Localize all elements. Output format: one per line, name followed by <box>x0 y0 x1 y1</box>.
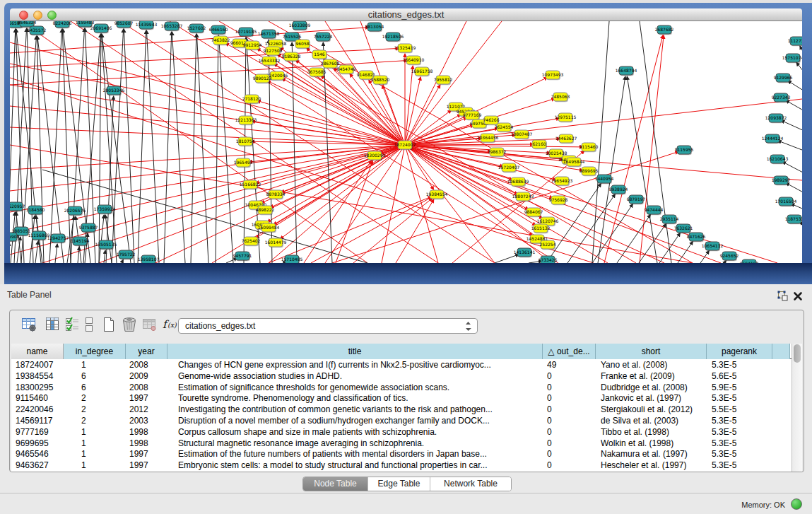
column-header-name[interactable]: name <box>11 344 64 359</box>
graph-node[interactable]: 12444124 <box>762 134 784 144</box>
graph-node[interactable]: 5435572 <box>28 26 47 35</box>
table-cell[interactable]: 18724007 <box>16 360 62 371</box>
graph-node[interactable]: 1440954 <box>595 175 614 184</box>
graph-node[interactable]: 1546 <box>312 50 327 59</box>
graph-node[interactable]: 14136141 <box>514 248 536 257</box>
graph-node[interactable]: 19654923 <box>551 177 573 186</box>
graph-node[interactable]: 7986372 <box>488 148 507 157</box>
table-cell[interactable]: 9777169 <box>16 427 62 438</box>
table-cell[interactable]: 0 <box>547 416 594 427</box>
graph-node[interactable]: 7625402 <box>242 237 261 246</box>
table-cell[interactable]: 1998 <box>129 427 166 438</box>
graph-node[interactable]: 9777169 <box>463 111 482 120</box>
float-panel-icon[interactable] <box>777 291 788 301</box>
graph-node[interactable]: 9474444 <box>645 206 664 215</box>
table-cell[interactable]: 1997 <box>129 460 166 472</box>
graph-node[interactable]: 2935114 <box>660 215 679 224</box>
graph-node[interactable]: 1112733 <box>788 37 802 46</box>
graph-node[interactable]: 13505135 <box>95 240 117 250</box>
table-row[interactable]: 977716911998Corpus callosum shape and si… <box>11 427 792 438</box>
graph-node[interactable]: 14463627 <box>555 134 577 144</box>
graph-node[interactable]: 8115955 <box>675 146 694 155</box>
graph-node[interactable]: 8471626 <box>687 233 706 242</box>
graph-node[interactable]: 16014479 <box>265 238 287 247</box>
table-scrollbar-thumb[interactable] <box>794 344 801 363</box>
graph-node[interactable]: 2620957 <box>10 202 25 211</box>
tab-network-table[interactable]: Network Table <box>430 477 511 491</box>
graph-node[interactable]: 14671358 <box>258 30 280 39</box>
table-cell[interactable]: Genome-wide association studies in ADHD. <box>178 371 541 382</box>
graph-node[interactable]: 16961758 <box>411 67 433 76</box>
graph-node[interactable]: 6879197 <box>627 195 646 204</box>
graph-node[interactable]: 11325419 <box>394 44 416 53</box>
graph-node[interactable]: 20206576 <box>64 206 86 216</box>
table-cell[interactable]: Jankovic et al. (1997) <box>601 393 705 404</box>
graph-node[interactable]: 16543382 <box>259 57 281 66</box>
table-cell[interactable]: 9463627 <box>16 460 62 472</box>
graph-node[interactable]: 11439943 <box>136 21 158 30</box>
graph-node[interactable]: 16648794 <box>616 66 637 76</box>
graph-node[interactable]: 6466160 <box>209 25 228 35</box>
table-cell[interactable]: 0 <box>547 371 594 382</box>
table-row[interactable]: 1456911722003Disruption of a novel membe… <box>11 416 792 427</box>
graph-node[interactable]: 8186328 <box>282 52 301 62</box>
graph-node[interactable]: 12975115 <box>555 113 577 122</box>
table-cell[interactable]: Franke et al. (2009) <box>601 371 705 382</box>
table-cell[interactable]: 9699695 <box>16 438 62 450</box>
table-cell[interactable]: 9115460 <box>16 393 62 404</box>
column-header-year[interactable]: year <box>126 344 167 359</box>
graph-node[interactable]: 9899695 <box>579 167 599 176</box>
graph-node[interactable]: 9375887 <box>79 223 98 233</box>
table-cell[interactable]: Estimation of significance thresholds fo… <box>178 382 541 394</box>
graph-node[interactable]: 8878334 <box>266 190 286 199</box>
table-cell[interactable]: Disruption of a novel member of a sodium… <box>178 416 541 427</box>
table-cell[interactable]: 2 <box>81 393 124 404</box>
table-cell[interactable]: 6 <box>81 371 124 382</box>
table-cell[interactable]: 5.9E-5 <box>712 382 771 394</box>
table-cell[interactable]: 5.3E-5 <box>712 360 771 371</box>
column-header-filler[interactable] <box>772 344 790 359</box>
table-body[interactable]: 1872400712008Changes of HCN gene express… <box>11 360 792 472</box>
graph-node[interactable]: 9115460 <box>579 143 599 152</box>
table-cell[interactable]: Yano et al. (2008) <box>601 360 705 371</box>
select-columns-icon[interactable] <box>64 316 80 333</box>
table-cell[interactable]: Changes of HCN gene expression and I(f) … <box>178 360 541 371</box>
graph-node[interactable]: 1810754 <box>236 137 255 146</box>
graph-node[interactable]: 13958107 <box>138 255 160 263</box>
tab-node-table[interactable]: Node Table <box>303 477 368 491</box>
table-cell[interactable]: Corpus callosum shape and size in male p… <box>178 427 541 438</box>
column-header-pagerank[interactable]: pagerank <box>707 344 772 359</box>
node-table[interactable]: namein_degreeyeartitle△ out_de...shortpa… <box>11 344 792 472</box>
graph-node[interactable]: 20691406 <box>90 24 112 33</box>
graph-node[interactable]: 7955812 <box>434 76 453 85</box>
graph-node[interactable]: 19218506 <box>382 33 404 42</box>
graph-node[interactable]: 9227343 <box>772 93 791 103</box>
table-row[interactable]: 946554611997Estimation of the future num… <box>11 449 792 460</box>
table-cell[interactable]: Estimation of the future numbers of pati… <box>178 449 541 460</box>
graph-node[interactable]: 1989297 <box>772 176 791 185</box>
table-row[interactable]: 1872400712008Changes of HCN gene express… <box>11 360 792 371</box>
graph-node[interactable]: 7485063 <box>551 93 570 102</box>
graph-node[interactable]: 18807243 <box>512 192 534 201</box>
table-cell[interactable]: 5.3E-5 <box>712 438 771 450</box>
table-scrollbar[interactable] <box>792 344 802 472</box>
graph-node[interactable]: 1733426 <box>539 256 558 263</box>
column-header-title[interactable]: title <box>167 344 543 359</box>
table-cell[interactable]: 19384554 <box>16 371 62 382</box>
table-cell[interactable]: 5.3E-5 <box>712 449 771 460</box>
graph-node[interactable]: 17359924 <box>94 205 116 214</box>
minimize-traffic-light[interactable] <box>33 11 42 20</box>
graph-node[interactable]: 16495844 <box>563 158 585 167</box>
table-row[interactable]: 911546021997Tourette syndrome. Phenomeno… <box>11 393 792 404</box>
table-cell[interactable]: 0 <box>547 449 594 460</box>
table-cell[interactable]: 5.3E-5 <box>712 460 771 472</box>
table-cell[interactable]: Structural magnetic resonance image aver… <box>178 438 541 450</box>
graph-node[interactable]: 9127508 <box>264 47 283 56</box>
table-cell[interactable]: de Silva et al. (2003) <box>601 416 705 427</box>
graph-node[interactable]: 19384554 <box>426 190 448 199</box>
table-cell[interactable]: 2009 <box>129 371 166 382</box>
graph-node[interactable]: 10807487 <box>511 130 533 139</box>
graph-node[interactable]: 2687682 <box>655 25 674 35</box>
window-titlebar[interactable]: citations_edges.txt <box>10 8 802 21</box>
close-traffic-light[interactable] <box>19 11 28 20</box>
